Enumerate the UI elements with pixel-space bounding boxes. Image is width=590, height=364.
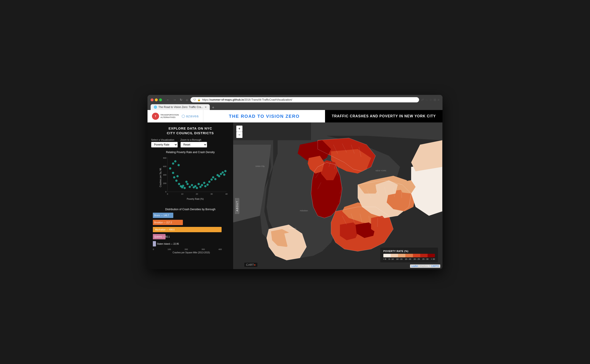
legend-seg-5 — [413, 254, 420, 257]
bar-staten-island: Staten Island — 22.95 — [153, 241, 230, 247]
legend-seg-6 — [420, 254, 428, 257]
bar-manhattan: Manhattan — 498.6 — [153, 227, 230, 232]
url-bar[interactable]: 🛡 🔒 https://summer-of-maps.github.io/201… — [190, 97, 419, 103]
legend-seg-2 — [391, 254, 398, 257]
carto-link[interactable]: CARTO — [431, 265, 439, 267]
bar-chart-title: Distribution of Crash Densities by Borou… — [151, 208, 230, 211]
bar-manhattan-fill: Manhattan — 498.6 — [153, 227, 221, 232]
bookmark-icon[interactable]: ☆ — [429, 98, 432, 102]
security-icon: 🛡 — [193, 98, 196, 101]
viz-control-group: Select a Visualization Poverty Rate Cras… — [151, 138, 178, 148]
legend-labels: < 8 8 - 10 10 - 15 15 - 20 20 - 25 25 - … — [383, 258, 435, 260]
svg-text:Hoboken: Hoboken — [300, 209, 308, 212]
zoom-control-group: Zoom to a Borough Reset Bronx Brooklyn M… — [181, 138, 207, 148]
bar-queens-label: Queens — 92.1 — [154, 235, 170, 238]
scatter-y-label: Crashes per Sq. Mi. — [159, 168, 162, 187]
map-legend: POVERTY RATE (%) < 8 8 - 10 10 - 15 — [380, 247, 438, 262]
bar-manhattan-label: Manhattan — 498.6 — [154, 228, 175, 231]
svg-point-30 — [199, 186, 201, 188]
svg-point-14 — [173, 176, 175, 178]
bar-queens: Queens — 92.1 — [153, 234, 230, 239]
legend-color-bar — [383, 254, 435, 257]
about-tab[interactable]: ABOUT — [235, 198, 239, 214]
svg-text:800: 800 — [163, 157, 166, 159]
azavea-text: azavea — [186, 114, 199, 118]
bar-bronx-fill: Bronx — 148.7 — [153, 213, 173, 218]
svg-text:Newport: Newport — [289, 227, 296, 230]
zoom-select[interactable]: Reset Bronx Brooklyn Manhattan Queens St… — [181, 142, 207, 148]
svg-point-17 — [178, 183, 180, 185]
header-subtitle-text: TRAFFIC CRASHES AND POVERTY IN NEW YORK … — [332, 114, 436, 118]
ta-logo-text: TRANSPORTATIONALTERNATIVES — [161, 114, 179, 119]
svg-text:NEW YORK: NEW YORK — [375, 169, 386, 172]
browser-window: ← → ↻ ⌂ 🛡 🔒 https://summer-of-maps.githu… — [148, 95, 442, 269]
new-tab-button[interactable]: + — [210, 105, 216, 110]
back-button[interactable]: ← — [166, 98, 170, 102]
svg-point-35 — [208, 181, 210, 183]
zoom-controls: + − — [236, 126, 242, 138]
browser-titlebar: ← → ↻ ⌂ 🛡 🔒 https://summer-of-maps.githu… — [148, 95, 442, 110]
main-layout: EXPLORE DATA ON NYC CITY COUNCIL DISTRIC… — [148, 123, 442, 269]
svg-text:400: 400 — [163, 174, 166, 176]
svg-point-31 — [201, 184, 203, 186]
zoom-out-button[interactable]: − — [236, 132, 242, 138]
reload-button[interactable]: ↻ — [179, 98, 183, 102]
active-tab[interactable]: 🌐 The Road to Vision Zero: Traffic Cra..… — [151, 104, 210, 110]
scatter-plot-svg: 0 200 400 600 800 0 10 20 30 40 — [161, 155, 228, 197]
sidebar-title: EXPLORE DATA ON NYC CITY COUNCIL DISTRIC… — [151, 126, 230, 135]
sidebar: EXPLORE DATA ON NYC CITY COUNCIL DISTRIC… — [148, 123, 233, 269]
bar-bronx: Bronx — 148.7 — [153, 213, 230, 218]
scatter-x-label: Poverty Rate (%) — [161, 198, 230, 200]
leaflet-link[interactable]: Leaflet — [411, 265, 418, 267]
legend-label-7: > 30 — [431, 258, 435, 260]
about-tab-label: ABOUT — [236, 201, 239, 211]
bar-staten-island-label: Staten Island — 22.95 — [157, 243, 179, 245]
home-button[interactable]: ⌂ — [185, 98, 189, 102]
menu-icon[interactable]: ≡ — [438, 98, 439, 102]
traffic-lights — [151, 98, 162, 101]
scatter-chart-section: Relating Poverty Rate and Crash Density … — [151, 151, 230, 205]
app-content: T TRANSPORTATIONALTERNATIVES ⬡ azavea TH… — [148, 110, 442, 269]
bar-brooklyn: Brooklyn — 217.2 — [153, 220, 230, 225]
svg-point-38 — [214, 178, 216, 180]
legend-label-4: 15 - 20 — [405, 258, 411, 260]
svg-text:10: 10 — [181, 193, 183, 195]
svg-point-21 — [184, 187, 186, 189]
svg-point-12 — [169, 167, 171, 169]
legend-title: POVERTY RATE (%) — [383, 250, 435, 253]
maximize-button[interactable] — [159, 98, 162, 101]
map-svg: Hoboken Newport Union City NEW YORK — [233, 123, 442, 269]
svg-point-28 — [196, 187, 198, 189]
map-area[interactable]: Hoboken Newport Union City NEW YORK + − … — [233, 123, 442, 269]
legend-seg-3 — [398, 254, 405, 257]
legend-label-6: 25 - 30 — [422, 258, 429, 260]
url-text: https://summer-of-maps.github.io/2016-Tr… — [202, 98, 292, 101]
forward-button[interactable]: → — [172, 98, 177, 102]
zoom-in-button[interactable]: + — [236, 126, 242, 132]
viz-select[interactable]: Poverty Rate Crash Density — [151, 142, 178, 148]
svg-point-43 — [223, 174, 225, 176]
reader-icon[interactable]: ☍ — [421, 98, 424, 102]
bar-axis-labels: 0 100 200 300 400 — [153, 248, 222, 250]
tab-close-button[interactable]: ✕ — [205, 106, 207, 109]
svg-point-42 — [221, 171, 224, 174]
bar-brooklyn-fill: Brooklyn — 217.2 — [153, 220, 183, 225]
carto-logo: CART● — [244, 263, 257, 267]
legend-seg-7 — [428, 254, 435, 257]
close-button[interactable] — [151, 98, 154, 101]
svg-point-37 — [212, 176, 214, 178]
more-icon[interactable]: ··· — [425, 98, 428, 102]
legend-seg-1 — [383, 254, 391, 257]
legend-label-1: < 8 — [383, 258, 386, 260]
map-attribution: Leaflet | Mapbox, © CARTO — [410, 264, 440, 268]
url-lock-icon: 🔒 — [197, 98, 201, 101]
svg-point-23 — [187, 183, 189, 185]
minimize-button[interactable] — [155, 98, 158, 101]
svg-text:30: 30 — [210, 193, 213, 195]
bar-brooklyn-label: Brooklyn — 217.2 — [154, 221, 172, 224]
legend-seg-4 — [405, 254, 413, 257]
svg-text:200: 200 — [163, 182, 166, 184]
svg-point-45 — [174, 160, 176, 162]
svg-text:0: 0 — [167, 193, 168, 195]
extensions-icon[interactable]: ⊞ — [434, 98, 436, 102]
